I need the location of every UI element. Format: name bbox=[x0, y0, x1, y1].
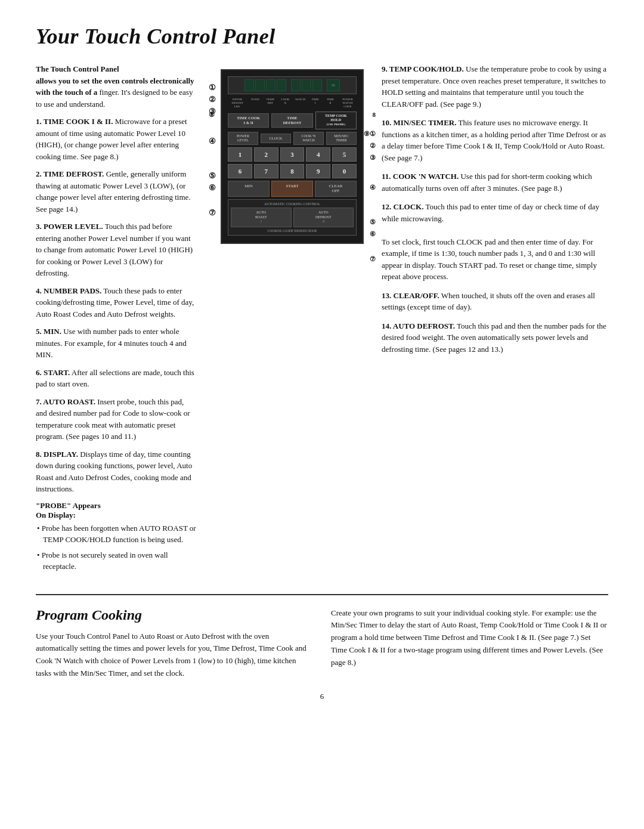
right-item-13-title: 13. CLEAR/OFF. bbox=[382, 291, 439, 300]
callout-7: ⑦ bbox=[370, 255, 376, 263]
callout-6: ⑥ bbox=[370, 230, 376, 238]
num-3-button[interactable]: 3 bbox=[280, 147, 305, 162]
program-cooking-left: Program Cooking Use your Touch Control P… bbox=[36, 607, 313, 680]
callout-8: 8 bbox=[373, 111, 376, 118]
bottom-button-row: MIN START CLEAROFF bbox=[228, 181, 357, 197]
minsec-timer-button[interactable]: MIN/SECTIMER bbox=[326, 132, 357, 145]
item-4-title: 4. NUMBER PADS. bbox=[36, 286, 101, 295]
left-callout-1: ① bbox=[209, 83, 216, 92]
start-button[interactable]: START bbox=[271, 181, 313, 197]
item-2: 2. TIME DEFROST. Gentle, generally unifo… bbox=[36, 168, 197, 215]
right-item-11-title: 11. COOK 'N WATCH. bbox=[382, 172, 459, 181]
callout-4: ④ bbox=[370, 184, 376, 191]
item-5-title: 5. MIN. bbox=[36, 327, 61, 336]
num-6-button[interactable]: 6 bbox=[228, 164, 252, 178]
probe-item-1: Probe has been forgotten when AUTO ROAST… bbox=[36, 522, 197, 546]
num-2-button[interactable]: 2 bbox=[254, 147, 278, 162]
left-callout-7: ⑦ bbox=[209, 208, 216, 218]
left-column: The Touch Control Panel allows you to se… bbox=[36, 63, 197, 576]
item-4: 4. NUMBER PADS. Touch these pads to ente… bbox=[36, 285, 197, 320]
probe-header: "PROBE" Appears bbox=[36, 501, 197, 511]
callout-r8: ⑧ bbox=[209, 111, 215, 119]
auto-roast-button[interactable]: AUTOROAST/ bbox=[231, 208, 292, 227]
right-item-11-intro: Use this bbox=[460, 172, 485, 181]
probe-section: "PROBE" Appears On Display: Probe has be… bbox=[36, 501, 197, 573]
min-button[interactable]: MIN bbox=[228, 181, 270, 197]
right-item-10-title: 10. MIN/SEC TIMER. bbox=[382, 118, 456, 127]
right-item-11: 11. COOK 'N WATCH. Use this pad for shor… bbox=[382, 171, 608, 194]
button-row-2: POWERLEVEL CLOCK COOK 'NWATCH MIN/SECTIM… bbox=[228, 132, 357, 145]
right-item-12-body: Touch this pad to enter time of day or c… bbox=[382, 202, 599, 281]
auto-defrost-button[interactable]: AUTODEFROST☆ bbox=[293, 208, 354, 227]
right-item-10-intro: This bbox=[458, 118, 472, 127]
item-3-title: 3. POWER LEVEL. bbox=[36, 222, 103, 231]
left-callout-4: ④ bbox=[209, 137, 216, 146]
right-item-9-intro: Use bbox=[466, 64, 478, 73]
program-cooking-left-text: Use your Touch Control Panel to Auto Roa… bbox=[36, 630, 313, 680]
item-7-title: 7. AUTO ROAST. bbox=[36, 397, 95, 406]
num-9-button[interactable]: 9 bbox=[306, 164, 330, 178]
intro-section: The Touch Control Panel allows you to se… bbox=[36, 63, 197, 110]
num-4-button[interactable]: 4 bbox=[306, 147, 330, 162]
item-5: 5. MIN. Use with number pads to enter wh… bbox=[36, 326, 197, 361]
item-2-title: 2. TIME DEFROST. bbox=[36, 169, 104, 178]
probe-item-2: Probe is not securely seated in oven wal… bbox=[36, 549, 197, 573]
page-title: Your Touch Control Panel bbox=[36, 24, 608, 49]
right-item-14-title: 14. AUTO DEFROST. bbox=[382, 321, 455, 330]
center-column: IB ENTERWEIGHTLBS. FOOD TEMPDEF COOKN WA… bbox=[209, 63, 364, 576]
item-6: 6. START. After all selections are made,… bbox=[36, 367, 197, 390]
right-item-9: 9. TEMP COOK/HOLD. Use the temperature p… bbox=[382, 63, 608, 110]
right-column: 9. TEMP COOK/HOLD. Use the temperature p… bbox=[382, 63, 608, 576]
clear-off-button[interactable]: CLEAROFF bbox=[315, 181, 357, 197]
right-item-9-title: 9. TEMP COOK/HOLD. bbox=[382, 64, 464, 73]
time-defrost-button[interactable]: TIMEDEFROST bbox=[271, 113, 312, 128]
num-1-button[interactable]: 1 bbox=[228, 147, 252, 162]
power-level-button[interactable]: POWERLEVEL bbox=[228, 132, 258, 145]
left-callout-6: ⑥ bbox=[209, 183, 216, 193]
display-area: IB bbox=[228, 76, 357, 94]
program-cooking-right: Create your own programs to suit your in… bbox=[331, 607, 608, 680]
probe-subheader: On Display: bbox=[36, 511, 197, 520]
auto-cooking-section: AUTOMATIC COOKING CONTROL AUTOROAST/ AUT… bbox=[228, 199, 357, 236]
right-item-12-title: 12. CLOCK. bbox=[382, 202, 423, 211]
item-1-title: 1. TIME COOK I & II. bbox=[36, 117, 113, 126]
left-callout-2: ② bbox=[209, 95, 216, 104]
num-5-button[interactable]: 5 bbox=[332, 147, 357, 162]
num-8-button[interactable]: 8 bbox=[280, 164, 305, 178]
program-cooking-right-text: Create your own programs to suit your in… bbox=[331, 607, 608, 669]
item-8: 8. DISPLAY. Displays time of day, time c… bbox=[36, 448, 197, 495]
cooking-guide-label: COOKING GUIDE BEHIND DOOR bbox=[231, 229, 354, 233]
right-item-13: 13. CLEAR/OFF. When touched, it shuts of… bbox=[382, 290, 608, 313]
time-cook-button[interactable]: TIME COOKI & II bbox=[228, 113, 269, 128]
item-6-title: 6. START. bbox=[36, 368, 70, 377]
item-1: 1. TIME COOK I & II. Microwave for a pre… bbox=[36, 116, 197, 162]
clock-button[interactable]: CLOCK bbox=[261, 134, 291, 143]
number-pad-row-2: 6 7 8 9 0 bbox=[228, 164, 357, 178]
microwave-panel: IB ENTERWEIGHTLBS. FOOD TEMPDEF COOKN WA… bbox=[221, 69, 364, 244]
right-item-12: 12. CLOCK. Touch this pad to enter time … bbox=[382, 201, 608, 283]
item-3: 3. POWER LEVEL. Touch this pad before en… bbox=[36, 221, 197, 279]
program-cooking-title: Program Cooking bbox=[36, 607, 313, 623]
callout-3: ③ bbox=[370, 154, 376, 162]
number-pad-row-1: 1 2 3 4 5 bbox=[228, 147, 357, 162]
num-0-button[interactable]: 0 bbox=[332, 164, 357, 178]
num-7-button[interactable]: 7 bbox=[254, 164, 278, 178]
auto-buttons-row: AUTOROAST/ AUTODEFROST☆ bbox=[231, 208, 354, 227]
callout-2: ② bbox=[370, 142, 376, 150]
page-number: 6 bbox=[36, 692, 608, 701]
left-callout-5: ⑤ bbox=[209, 171, 216, 181]
callout-1: ① bbox=[370, 130, 376, 138]
bottom-section: Program Cooking Use your Touch Control P… bbox=[36, 607, 608, 680]
cook-n-watch-button[interactable]: COOK 'NWATCH bbox=[293, 132, 324, 145]
callout-r9: ⑨ bbox=[364, 130, 370, 138]
section-divider bbox=[36, 594, 608, 595]
temp-cook-button[interactable]: TEMP COOKHOLD(USE PROBE) bbox=[315, 112, 357, 129]
item-8-title: 8. DISPLAY. bbox=[36, 450, 78, 459]
item-7: 7. AUTO ROAST. Insert probe, touch this … bbox=[36, 396, 197, 443]
panel-wrapper: IB ENTERWEIGHTLBS. FOOD TEMPDEF COOKN WA… bbox=[209, 63, 364, 244]
right-item-10: 10. MIN/SEC TIMER. This feature uses no … bbox=[382, 117, 608, 163]
callout-5: ⑤ bbox=[370, 218, 376, 226]
intro-header: The Touch Control Panel bbox=[36, 64, 119, 73]
auto-cooking-label: AUTOMATIC COOKING CONTROL bbox=[231, 202, 354, 206]
button-row-1: TIME COOKI & II TIMEDEFROST TEMP COOKHOL… bbox=[228, 112, 357, 129]
